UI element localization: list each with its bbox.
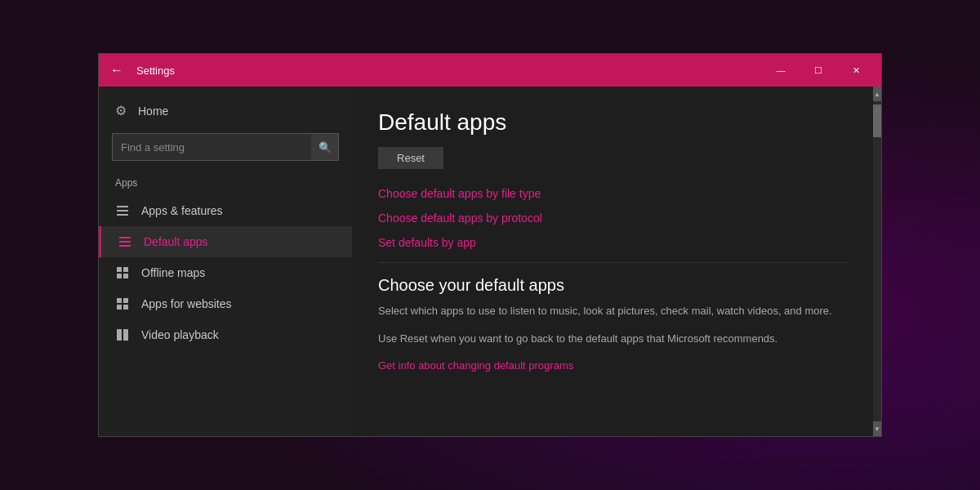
scroll-up-button[interactable]: ▲ [873, 87, 881, 101]
svg-rect-0 [117, 206, 128, 207]
back-button[interactable]: ← [105, 59, 128, 82]
apps-websites-label: Apps for websites [141, 297, 232, 310]
offline-maps-icon [115, 266, 130, 279]
home-label: Home [138, 105, 168, 118]
search-box: 🔍 [112, 133, 339, 161]
sidebar-item-default-apps[interactable]: Default apps [99, 226, 352, 257]
svg-rect-10 [117, 298, 122, 303]
by-app-link[interactable]: Set defaults by app [378, 236, 847, 249]
window-body: ⚙ Home 🔍 Apps Apps & features [99, 87, 881, 436]
svg-rect-9 [123, 274, 128, 278]
default-apps-icon [118, 235, 132, 248]
apps-section-label: Apps [99, 174, 352, 195]
scrollbar[interactable]: ▲ ▼ [873, 87, 881, 436]
settings-window: ← Settings — ☐ ✕ ⚙ Home [98, 53, 882, 437]
apps-websites-icon [115, 297, 130, 310]
sidebar-item-home[interactable]: ⚙ Home [99, 95, 352, 127]
title-bar-left: ← Settings [105, 59, 175, 82]
close-icon: ✕ [853, 65, 860, 76]
default-apps-label: Default apps [144, 235, 208, 248]
video-playback-icon [115, 328, 130, 341]
search-input[interactable] [112, 133, 339, 161]
video-playback-label: Video playback [141, 328, 219, 341]
title-bar: ← Settings — ☐ ✕ [99, 54, 881, 87]
search-button[interactable]: 🔍 [311, 133, 339, 161]
home-gear-icon: ⚙ [115, 103, 127, 118]
svg-rect-4 [119, 241, 131, 243]
sidebar-item-offline-maps[interactable]: Offline maps [99, 257, 352, 288]
back-icon: ← [110, 63, 123, 78]
sidebar-item-apps-websites[interactable]: Apps for websites [99, 288, 352, 319]
maximize-button[interactable]: ☐ [800, 54, 837, 87]
section-desc-1: Select which apps to use to listen to mu… [378, 303, 847, 319]
svg-rect-13 [123, 305, 128, 310]
svg-rect-12 [117, 305, 122, 310]
info-link[interactable]: Get info about changing default programs [378, 359, 573, 372]
svg-rect-6 [117, 267, 122, 272]
svg-rect-14 [117, 329, 122, 341]
main-content: Default apps Reset Choose default apps b… [352, 87, 873, 436]
section-title: Choose your default apps [378, 276, 847, 295]
svg-rect-1 [117, 210, 128, 212]
sidebar: ⚙ Home 🔍 Apps Apps & features [99, 87, 352, 436]
divider [378, 262, 847, 263]
close-button[interactable]: ✕ [837, 54, 875, 87]
apps-features-icon [115, 204, 130, 217]
links-section: Choose default apps by file type Choose … [378, 187, 847, 249]
svg-rect-5 [119, 245, 131, 247]
search-icon: 🔍 [318, 141, 332, 154]
window-controls: — ☐ ✕ [762, 54, 875, 87]
page-title: Default apps [378, 109, 847, 136]
svg-rect-11 [123, 298, 128, 303]
scroll-thumb[interactable] [873, 105, 881, 137]
minimize-button[interactable]: — [762, 54, 800, 87]
svg-rect-3 [119, 237, 131, 238]
protocol-link[interactable]: Choose default apps by protocol [378, 212, 847, 225]
scroll-down-button[interactable]: ▼ [873, 421, 881, 436]
file-type-link[interactable]: Choose default apps by file type [378, 187, 847, 200]
offline-maps-label: Offline maps [141, 266, 205, 279]
sidebar-item-video-playback[interactable]: Video playback [99, 319, 352, 350]
svg-rect-8 [117, 274, 122, 278]
apps-features-label: Apps & features [141, 204, 223, 217]
svg-rect-2 [117, 214, 128, 216]
svg-rect-15 [123, 329, 128, 341]
window-title: Settings [136, 65, 175, 77]
maximize-icon: ☐ [814, 65, 822, 76]
svg-rect-7 [123, 267, 128, 272]
section-desc-2: Use Reset when you want to go back to th… [378, 331, 847, 347]
sidebar-item-apps-features[interactable]: Apps & features [99, 195, 352, 226]
minimize-icon: — [777, 65, 786, 75]
reset-button[interactable]: Reset [378, 147, 443, 169]
